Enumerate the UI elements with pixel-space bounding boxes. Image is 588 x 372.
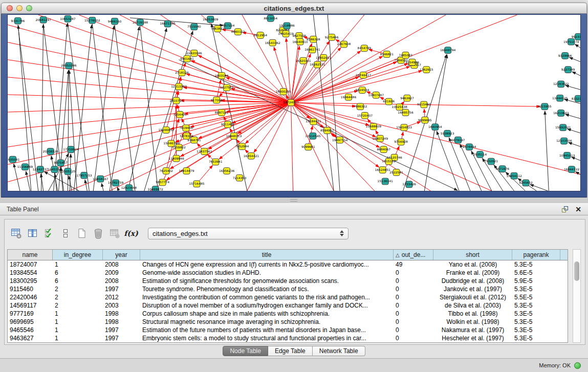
graph-node-label: 8813054 bbox=[264, 17, 277, 20]
column-header-title[interactable]: title bbox=[140, 250, 394, 260]
table-row[interactable]: 1938455462009Genome-wide association stu… bbox=[8, 269, 568, 277]
table-scrollbar[interactable] bbox=[573, 249, 581, 343]
graph-node-label: 16543362 bbox=[265, 41, 280, 45]
graph-edge bbox=[291, 103, 293, 191]
close-window-button[interactable] bbox=[7, 5, 13, 11]
column-header-name[interactable]: name bbox=[8, 250, 53, 260]
node-table: name in_degree year title △ out_de... sh… bbox=[7, 249, 568, 343]
table-row[interactable]: 911546021997Tourette syndrome. Phenomeno… bbox=[8, 285, 568, 293]
panel-divider[interactable] bbox=[0, 198, 588, 203]
graph-node-label: 7932621 bbox=[484, 160, 498, 163]
graph-node-label: 2803144 bbox=[215, 74, 229, 77]
table-cell: Stergiakouli et al. (2012) bbox=[433, 293, 512, 301]
graph-node-label: 9245652 bbox=[519, 181, 533, 184]
graph-node-label: 9146821 bbox=[380, 53, 394, 56]
graph-node-label: 1640954 bbox=[428, 125, 442, 128]
graph-node-label: 7485083 bbox=[399, 54, 412, 57]
graph-edge bbox=[530, 184, 548, 191]
table-cell: 1 bbox=[53, 326, 103, 334]
graph-node-label: 13437561 bbox=[197, 150, 212, 153]
column-header-short[interactable]: short bbox=[433, 250, 512, 260]
function-builder-icon[interactable]: f(x) bbox=[124, 227, 138, 240]
table-cell: 1998 bbox=[103, 318, 140, 326]
network-canvas[interactable]: 1872400776638228660123891295482260589827… bbox=[7, 14, 581, 191]
tab-node-table[interactable]: Node Table bbox=[223, 346, 268, 356]
graph-node-label: 12342737 bbox=[33, 168, 49, 171]
column-visibility-icon[interactable] bbox=[26, 227, 39, 240]
delete-table-icon[interactable] bbox=[92, 227, 105, 240]
close-panel-icon[interactable]: ✕ bbox=[575, 206, 581, 213]
table-cell: 6 bbox=[53, 269, 103, 277]
table-row[interactable]: 977716911998Corpus callosum shape and si… bbox=[8, 310, 568, 318]
clear-selection-icon[interactable] bbox=[59, 227, 72, 240]
graph-node-label: 7986322 bbox=[354, 105, 367, 108]
select-all-icon[interactable] bbox=[42, 227, 56, 240]
table-row[interactable]: 1872400712008Changes of HCN gene express… bbox=[8, 260, 568, 269]
network-svg: 1872400776638228660123891295482260589827… bbox=[8, 15, 580, 191]
table-cell: Yano et al. (2008) bbox=[433, 260, 512, 269]
graph-node-label: 2522541 bbox=[389, 171, 403, 174]
status-bar: Memory: OK bbox=[0, 358, 588, 372]
graph-edge bbox=[93, 26, 114, 191]
divider-grip-icon[interactable] bbox=[290, 199, 297, 202]
table-row[interactable]: 946554611997Estimation of the future num… bbox=[8, 326, 568, 334]
graph-node-label: 13325419 bbox=[278, 32, 294, 35]
table-row[interactable]: 1830029562008Estimation of significance … bbox=[8, 277, 568, 285]
float-panel-icon[interactable] bbox=[561, 206, 569, 213]
graph-node-label: 19751074 bbox=[563, 40, 579, 43]
network-window-titlebar: citations_edges.txt bbox=[1, 3, 587, 14]
table-panel-title: Table Panel bbox=[7, 206, 39, 213]
table-row[interactable]: 2242004622012Investigating the contribut… bbox=[8, 293, 568, 301]
graph-node-label: 9463627 bbox=[400, 97, 414, 100]
table-cell: Hescheler et al. (1997) bbox=[433, 334, 512, 342]
graph-node-label: 16648794 bbox=[440, 49, 456, 52]
scrollbar-thumb[interactable] bbox=[574, 261, 579, 281]
graph-node-label: 8660123 bbox=[231, 30, 245, 33]
dropdown-arrows-icon bbox=[340, 230, 344, 236]
graph-node-label: 2367608 bbox=[337, 42, 351, 46]
graph-edge bbox=[565, 85, 580, 90]
graph-node-label: 20206526 bbox=[42, 150, 58, 153]
table-cell: 9465546 bbox=[8, 326, 53, 334]
graph-node-label: 8332175 bbox=[572, 97, 580, 100]
graph-node-label: 9011467 bbox=[221, 123, 235, 126]
table-selector-dropdown[interactable]: citations_edges.txt bbox=[148, 228, 349, 239]
window-title: citations_edges.txt bbox=[264, 5, 324, 12]
column-header-pagerank[interactable]: pagerank bbox=[512, 250, 560, 260]
table-cell: 9777169 bbox=[8, 310, 53, 318]
graph-node-label: 16495756 bbox=[398, 111, 413, 114]
graph-node-label: 2718126 bbox=[175, 71, 189, 74]
graph-node-label: 16782759 bbox=[108, 181, 124, 184]
table-cell: 9463627 bbox=[8, 334, 53, 342]
graph-edge bbox=[8, 103, 291, 130]
graph-node-label: 7515540 bbox=[187, 25, 201, 28]
graph-node-label: 9827508 bbox=[292, 34, 306, 37]
minimize-window-button[interactable] bbox=[16, 5, 23, 11]
tab-edge-table[interactable]: Edge Table bbox=[268, 346, 313, 356]
graph-node-label: 16524851 bbox=[375, 168, 391, 171]
graph-node-label: 16671385 bbox=[160, 23, 176, 26]
graph-node-label: 8471676 bbox=[495, 167, 509, 170]
table-row[interactable]: 969969511998Structural magnetic resonanc… bbox=[8, 318, 568, 326]
table-cell: 14569117 bbox=[8, 301, 53, 310]
table-cell: 2008 bbox=[103, 260, 140, 269]
table-cell: 5.3E-5 bbox=[512, 285, 560, 293]
window-controls bbox=[7, 5, 32, 11]
graph-node-label: 19218986 bbox=[279, 24, 295, 27]
table-selector-value: citations_edges.txt bbox=[153, 230, 340, 237]
table-row[interactable]: 946362711997Embryonic stem cells: a mode… bbox=[8, 334, 568, 342]
column-header-in-degree[interactable]: in_degree bbox=[53, 250, 103, 260]
tab-network-table[interactable]: Network Table bbox=[313, 346, 365, 356]
zoom-window-button[interactable] bbox=[26, 5, 32, 11]
column-header-year[interactable]: year bbox=[103, 250, 140, 260]
table-settings-icon[interactable] bbox=[10, 227, 23, 240]
new-table-icon[interactable] bbox=[75, 227, 89, 240]
graph-edge bbox=[133, 190, 133, 191]
table-row[interactable]: 1456911722003Disruption of a novel membe… bbox=[8, 301, 568, 310]
graph-node-label: 16914479 bbox=[179, 169, 194, 172]
graph-node-label: 19166852 bbox=[158, 128, 174, 132]
table-cell: 0 bbox=[394, 293, 433, 301]
memory-ok-indicator-icon[interactable] bbox=[574, 362, 581, 369]
graph-node-label: 7625402 bbox=[159, 169, 173, 172]
column-header-out-degree[interactable]: △ out_de... bbox=[394, 250, 433, 260]
